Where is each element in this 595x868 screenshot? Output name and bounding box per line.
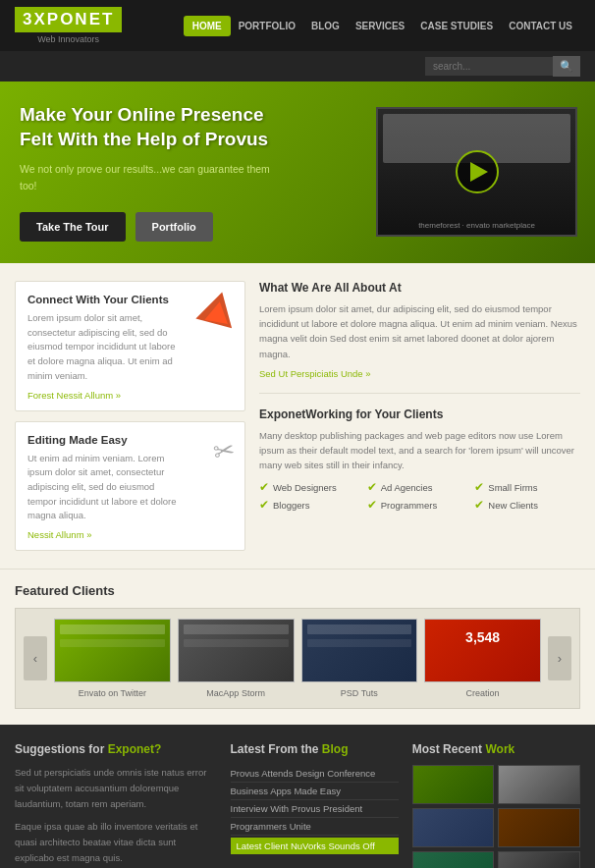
right-section-1: What We Are All About At Lorem ipsum dol… <box>259 281 580 394</box>
carousel-prev-button[interactable]: ‹ <box>24 636 47 680</box>
working-label-0: Web Designers <box>273 482 337 493</box>
hero-content: Make Your Online Presence Felt With the … <box>20 103 361 242</box>
footer: Suggestions for Exponet? Sed ut perspici… <box>0 725 595 868</box>
recent-thumb-5 <box>498 851 580 868</box>
features-left: Connect With Your Clients Lorem ipsum do… <box>15 281 245 551</box>
working-label-2: Small Firms <box>488 482 537 493</box>
hero-video[interactable]: themeforest · envato marketplace <box>376 107 577 237</box>
recent-thumb-3 <box>498 808 580 847</box>
check-icon-0: ✔ <box>259 480 269 494</box>
working-item-2: ✔Small Firms <box>474 480 580 494</box>
feature-card-1-text: Lorem ipsum dolor sit amet, consectetur … <box>27 311 185 384</box>
recent-thumb-1 <box>498 765 580 804</box>
play-icon <box>470 162 488 182</box>
search-input[interactable] <box>425 57 553 76</box>
features-right: What We Are All About At Lorem ipsum dol… <box>259 281 580 551</box>
suggestions-brand: Exponet? <box>108 742 162 756</box>
feature-card-2-link[interactable]: Nessit Allunm » <box>27 529 233 540</box>
blog-brand: Blog <box>322 742 349 756</box>
right-title-1: What We Are All About At <box>259 281 580 295</box>
logo-area: 3XPONET Web Innovators <box>15 7 122 44</box>
client-thumb-2 <box>301 619 418 682</box>
header: 3XPONET Web Innovators HOME PORTFOLIO BL… <box>0 0 595 51</box>
carousel-item-1: MacApp Storm <box>178 619 295 698</box>
check-icon-2: ✔ <box>474 480 484 494</box>
hero-buttons: Take The Tour Portfolio <box>20 212 361 242</box>
suggestions-text-1: Sed ut perspiciatis unde omnis iste natu… <box>15 765 217 811</box>
blog-post-3[interactable]: Programmers Unite <box>231 818 399 836</box>
feature-card-2-title: Editing Made Easy <box>27 434 233 446</box>
recent-work-column: Most Recent Work <box>412 742 580 868</box>
nav-services[interactable]: SERVICES <box>348 16 412 36</box>
featured-clients-section: Featured Clients ‹ Envato on Twitter Mac… <box>0 570 595 725</box>
blog-post-0[interactable]: Provus Attends Design Conference <box>231 765 399 783</box>
carousel-next-button[interactable]: › <box>548 636 571 680</box>
recent-title: Most Recent Work <box>412 742 580 756</box>
logo-text: 3XPONET <box>23 10 114 28</box>
featured-clients-heading: Featured Clients <box>15 583 580 598</box>
carousel-item-0: Envato on Twitter <box>54 619 171 698</box>
client-label-3: Creation <box>466 688 500 698</box>
nav-contact[interactable]: CONTACT US <box>501 16 580 36</box>
nav-blog[interactable]: BLOG <box>303 16 348 36</box>
working-item-4: ✔Programmers <box>367 498 473 512</box>
client-label-2: PSD Tuts <box>341 688 378 698</box>
check-icon-4: ✔ <box>367 498 377 512</box>
features-section: Connect With Your Clients Lorem ipsum do… <box>0 263 595 569</box>
recent-thumb-4 <box>412 851 495 868</box>
client-label-0: Envato on Twitter <box>79 688 146 698</box>
nav-home[interactable]: HOME <box>184 16 231 36</box>
portfolio-button[interactable]: Portfolio <box>135 212 213 242</box>
scissors-icon: ✂ <box>210 434 237 467</box>
search-bar: 🔍 <box>0 51 595 81</box>
hero-description: We not only prove our results...we can g… <box>20 161 275 194</box>
right-section-2: ExponetWorking for Your Clients Many des… <box>259 407 580 513</box>
working-item-3: ✔Bloggers <box>259 498 365 512</box>
check-icon-3: ✔ <box>259 498 269 512</box>
check-icon-1: ✔ <box>367 480 377 494</box>
suggestions-title: Suggestions for Exponet? <box>15 742 217 756</box>
working-label-4: Programmers <box>381 500 438 511</box>
right-title-2: ExponetWorking for Your Clients <box>259 407 580 421</box>
feature-card-2: Editing Made Easy Ut enim ad minim venia… <box>15 421 245 552</box>
blog-post-4[interactable]: Latest Client NuVorks Sounds Off <box>231 838 399 854</box>
logo-subtitle: Web Innovators <box>15 34 122 44</box>
logo-box: 3XPONET <box>15 7 122 32</box>
right-text-1: Lorem ipsum dolor sit amet, dur adipisci… <box>259 301 580 361</box>
suggestions-text-2: Eaque ipsa quae ab illo inventore verita… <box>15 819 217 865</box>
working-label-3: Bloggers <box>273 500 310 511</box>
feature-icon-1 <box>199 292 237 329</box>
carousel-container: ‹ Envato on Twitter MacApp Storm <box>15 608 580 709</box>
check-icon-5: ✔ <box>474 498 484 512</box>
video-label: themeforest · envato marketplace <box>383 221 570 230</box>
blog-posts-list: Provus Attends Design Conference Busines… <box>231 765 399 854</box>
client-thumb-1 <box>178 619 295 682</box>
feature-card-1: Connect With Your Clients Lorem ipsum do… <box>15 281 245 411</box>
client-label-1: MacApp Storm <box>206 688 265 698</box>
feature-card-2-text: Ut enim ad minim veniam. Lorem ipsum dol… <box>27 452 185 524</box>
main-nav: HOME PORTFOLIO BLOG SERVICES CASE STUDIE… <box>184 16 580 36</box>
blog-column: Latest From the Blog Provus Attends Desi… <box>231 742 399 868</box>
search-button[interactable]: 🔍 <box>553 56 580 77</box>
recent-thumb-0 <box>412 765 495 804</box>
feature-card-1-link[interactable]: Forest Nessit Allunm » <box>27 390 233 401</box>
recent-brand: Work <box>485 742 514 756</box>
working-item-1: ✔Ad Agencies <box>367 480 473 494</box>
carousel-item-2: PSD Tuts <box>301 619 418 698</box>
right-text-2: Many desktop publishing packages and web… <box>259 428 580 473</box>
video-play-button[interactable] <box>456 150 499 193</box>
client-thumb-3: 3,548 <box>424 619 541 682</box>
blog-post-2[interactable]: Interview With Provus President <box>231 800 399 818</box>
right-link-1[interactable]: Sed Ut Perspiciatis Unde » <box>259 368 371 379</box>
working-label-1: Ad Agencies <box>381 482 433 493</box>
carousel-items: Envato on Twitter MacApp Storm PSD Tuts <box>54 619 541 698</box>
triangle-icon-2 <box>204 299 231 324</box>
blog-title: Latest From the Blog <box>231 742 399 756</box>
take-tour-button[interactable]: Take The Tour <box>20 212 126 242</box>
working-label-5: New Clients <box>488 500 538 511</box>
nav-portfolio[interactable]: PORTFOLIO <box>231 16 303 36</box>
nav-case-studies[interactable]: CASE STUDIES <box>412 16 501 36</box>
working-grid: ✔Web Designers ✔Ad Agencies ✔Small Firms… <box>259 480 580 512</box>
blog-post-1[interactable]: Business Apps Made Easy <box>231 783 399 800</box>
recent-thumbs-grid <box>412 765 580 868</box>
